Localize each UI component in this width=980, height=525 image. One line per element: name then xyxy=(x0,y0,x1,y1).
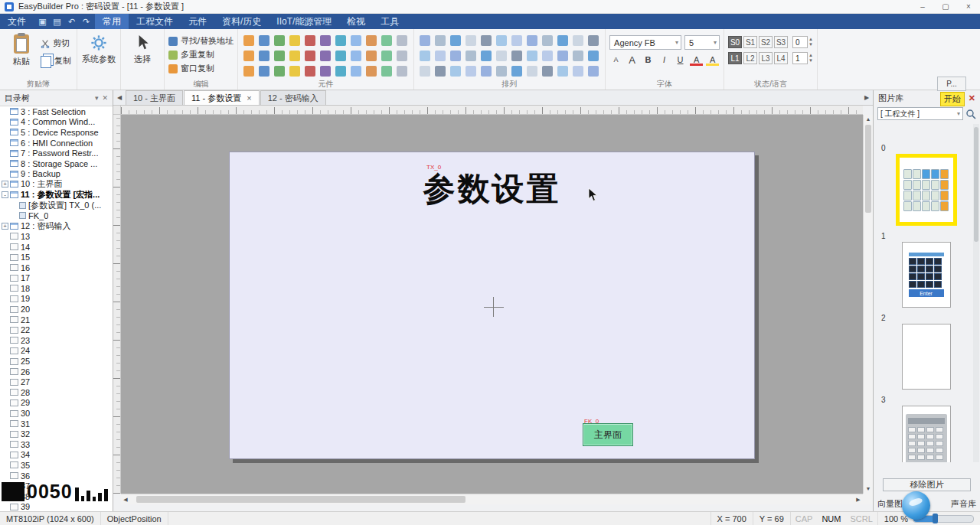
ribbon-tool-icon[interactable] xyxy=(289,66,300,77)
close-button[interactable]: × xyxy=(957,0,980,13)
language-button-L3[interactable]: L3 xyxy=(759,52,773,64)
vertical-scroll-thumb[interactable] xyxy=(865,125,871,213)
ribbon-tool-icon[interactable] xyxy=(450,51,461,61)
ribbon-tool-icon[interactable] xyxy=(420,66,430,77)
tree-item[interactable]: 9 : Backup xyxy=(0,169,113,180)
tree-item[interactable]: -11 : 参数设置 [宏指... xyxy=(0,190,113,201)
ribbon-tool-icon[interactable] xyxy=(274,35,285,46)
select-tool-button[interactable]: 选择 xyxy=(125,31,160,80)
tree-item[interactable]: 30 xyxy=(0,408,113,419)
menu-tab-IIoT/能源管理[interactable]: IIoT/能源管理 xyxy=(269,14,339,29)
find-replace-button[interactable]: 寻找/替换地址 xyxy=(168,35,234,47)
horizontal-scrollbar[interactable]: ◀ ▶ xyxy=(121,494,863,504)
window-copy-button[interactable]: 窗口复制 xyxy=(168,63,234,74)
ribbon-tool-icon[interactable] xyxy=(397,51,407,61)
ribbon-tool-icon[interactable] xyxy=(588,51,599,61)
menu-tab-资料/历史[interactable]: 资料/历史 xyxy=(214,14,269,29)
ribbon-tool-icon[interactable] xyxy=(527,35,537,46)
zoom-slider-thumb[interactable] xyxy=(933,514,938,523)
scroll-up-icon[interactable]: ▲ xyxy=(864,115,873,124)
font-color-icon[interactable]: A xyxy=(690,54,703,66)
ribbon-tool-icon[interactable] xyxy=(496,35,507,46)
menu-file[interactable]: 文件 xyxy=(0,14,34,29)
ribbon-tool-icon[interactable] xyxy=(435,66,446,77)
tab-scroll-left-icon[interactable]: ◀ xyxy=(113,94,126,105)
tree-item[interactable]: 36 xyxy=(0,471,113,481)
tree-item[interactable]: 6 : HMI Connection xyxy=(0,138,113,148)
tab-scroll-right-icon[interactable]: ▶ xyxy=(861,94,873,105)
undo-icon[interactable]: ↶ xyxy=(66,16,77,28)
ribbon-tool-icon[interactable] xyxy=(481,66,492,77)
tree-item[interactable]: 35 xyxy=(0,460,113,471)
tree-item[interactable]: +10 : 主界面 xyxy=(0,179,113,190)
italic-icon[interactable]: I xyxy=(658,54,671,66)
tree-item[interactable]: 39 xyxy=(0,502,113,511)
ribbon-tool-icon[interactable] xyxy=(527,66,537,77)
ribbon-tool-icon[interactable] xyxy=(381,66,392,77)
ribbon-tool-icon[interactable] xyxy=(397,66,407,77)
ribbon-tool-icon[interactable] xyxy=(573,35,583,46)
tree-item[interactable]: 20 xyxy=(0,304,113,315)
tree-item[interactable]: FK_0 xyxy=(0,210,113,221)
tree-item[interactable]: 27 xyxy=(0,377,113,387)
multi-copy-button[interactable]: 多重复制 xyxy=(168,49,234,60)
ribbon-tool-icon[interactable] xyxy=(366,51,377,61)
save-icon[interactable]: ▣ xyxy=(37,16,48,28)
tree-item[interactable]: 15 xyxy=(0,252,113,262)
grow-font-icon[interactable]: A xyxy=(626,54,639,66)
cut-button[interactable]: 剪切 xyxy=(41,38,71,49)
font-family-select[interactable]: Agency FB▾ xyxy=(609,35,681,50)
state-button-S0[interactable]: S0 xyxy=(728,36,742,48)
ribbon-tool-icon[interactable] xyxy=(588,35,599,46)
ribbon-tool-icon[interactable] xyxy=(420,35,430,46)
spinner-arrows-icon[interactable]: ▲▼ xyxy=(808,36,813,48)
tree-item[interactable]: 28 xyxy=(0,387,113,398)
menu-tab-工具[interactable]: 工具 xyxy=(373,14,407,29)
ribbon-tool-icon[interactable] xyxy=(259,51,270,61)
state-button-S2[interactable]: S2 xyxy=(759,36,773,48)
ribbon-tool-icon[interactable] xyxy=(274,66,285,77)
close-tab-icon[interactable]: × xyxy=(247,93,251,103)
tree-item[interactable]: 32 xyxy=(0,429,113,439)
tree-item[interactable]: 34 xyxy=(0,450,113,461)
tree-item[interactable]: 4 : Common Wind... xyxy=(0,117,113,128)
tree-item[interactable]: 24 xyxy=(0,346,113,357)
ribbon-tool-icon[interactable] xyxy=(481,35,492,46)
ribbon-tool-icon[interactable] xyxy=(527,51,537,61)
tree-item[interactable]: 23 xyxy=(0,335,113,346)
tree-item[interactable]: 26 xyxy=(0,367,113,377)
ribbon-tool-icon[interactable] xyxy=(542,51,553,61)
ribbon-tool-icon[interactable] xyxy=(481,51,492,61)
library-thumbnail-3[interactable] xyxy=(902,406,951,462)
ribbon-tool-icon[interactable] xyxy=(305,35,315,46)
ribbon-tool-icon[interactable] xyxy=(366,35,377,46)
maximize-button[interactable]: ▢ xyxy=(934,0,957,13)
language-button-L1[interactable]: L1 xyxy=(728,52,742,64)
tree-item[interactable]: 3 : Fast Selection xyxy=(0,106,113,117)
state-spinner[interactable]: 0 ▲▼ xyxy=(792,36,813,48)
paste-button[interactable]: 粘贴 xyxy=(4,31,39,80)
ribbon-tool-icon[interactable] xyxy=(305,51,315,61)
library-scrollbar[interactable] xyxy=(973,124,979,462)
minimize-button[interactable]: – xyxy=(911,0,934,13)
ribbon-tool-icon[interactable] xyxy=(335,51,346,61)
library-scroll-thumb[interactable] xyxy=(974,127,978,242)
tree-item[interactable]: 13 xyxy=(0,231,113,242)
ribbon-tool-icon[interactable] xyxy=(466,35,476,46)
sound-library-tab[interactable]: 声音库 xyxy=(951,498,976,510)
library-close-icon[interactable]: ✕ xyxy=(969,93,975,103)
language-button-L2[interactable]: L2 xyxy=(743,52,757,64)
ribbon-tool-icon[interactable] xyxy=(335,35,346,46)
ribbon-tool-icon[interactable] xyxy=(243,66,254,77)
language-button-L4[interactable]: L4 xyxy=(774,52,788,64)
ribbon-tool-icon[interactable] xyxy=(381,35,392,46)
ribbon-tool-icon[interactable] xyxy=(305,66,315,77)
doc-tab-12 - 密码输入[interactable]: 12 - 密码输入 xyxy=(260,90,326,105)
tree-item[interactable]: 5 : Device Response xyxy=(0,127,113,138)
scroll-left-icon[interactable]: ◀ xyxy=(121,494,130,504)
ribbon-tool-icon[interactable] xyxy=(450,35,461,46)
vector-library-tab[interactable]: 向量图 xyxy=(877,498,903,510)
tree-item[interactable]: 19 xyxy=(0,294,113,305)
ribbon-tool-icon[interactable] xyxy=(243,35,254,46)
tree-item[interactable]: 33 xyxy=(0,439,113,450)
